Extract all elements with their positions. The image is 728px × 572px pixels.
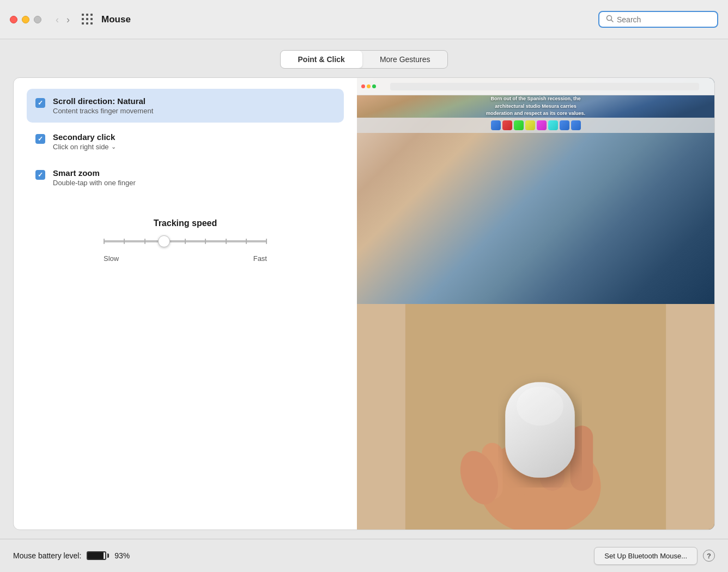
content-panel: ✓ Scroll direction: Natural Content trac… [13,77,715,530]
search-input[interactable] [617,15,711,24]
main-content: Point & Click More Gestures ✓ Scroll dir… [0,39,728,539]
battery-cap [107,553,109,558]
chevron-down-icon[interactable]: ⌄ [111,143,116,150]
forward-button[interactable]: › [64,14,72,26]
grid-dot [86,18,88,20]
grid-dot [86,14,88,16]
tab-point-click[interactable]: Point & Click [281,51,362,68]
secondary-click-item: ✓ Secondary click Click on right side ⌄ [27,125,344,159]
browser-dots [361,84,376,88]
slider-tick [124,239,125,244]
back-button[interactable]: ‹ [53,14,61,26]
grid-dot [82,14,84,16]
smart-zoom-item: ✓ Smart zoom Double-tap with one finger [27,161,344,194]
slider-tick [104,239,105,244]
battery-percent: 93% [114,551,130,560]
preview-content: Born out of the Spanish recession, the a… [357,95,714,118]
battery-body [87,551,106,560]
checkmark-icon: ✓ [38,172,43,178]
svg-rect-10 [517,386,563,425]
maximize-button[interactable] [34,16,41,23]
grid-dot [90,22,93,25]
slider-fast-label: Fast [253,254,267,263]
slider-labels: Slow Fast [104,254,267,263]
dock-icon-3 [514,120,524,130]
scroll-direction-desc: Content tracks finger movement [53,107,153,115]
slider-tick [266,239,267,244]
dock-icon-7 [560,120,569,130]
browser-maximize-dot [372,84,376,88]
secondary-click-desc: Click on right side [53,143,109,151]
battery-icon [87,551,109,560]
dock-icon-1 [491,120,501,130]
tabs: Point & Click More Gestures [280,50,448,69]
battery-section: Mouse battery level: 93% [13,551,130,560]
preview-text-overlay: Born out of the Spanish recession, the a… [481,95,590,118]
slider-ticks [104,239,267,244]
bottom-bar: Mouse battery level: 93% Set Up Bluetoot… [0,539,728,572]
slider-slow-label: Slow [104,254,119,263]
nav-arrows: ‹ › [53,14,72,26]
secondary-click-desc-row: Click on right side ⌄ [53,143,116,151]
dock-icon-2 [502,120,512,130]
slider-container [104,235,267,248]
grid-dot [82,18,84,20]
browser-chrome [357,78,714,95]
slider-tick [205,239,206,244]
battery-label: Mouse battery level: [13,551,81,560]
smart-zoom-text: Smart zoom Double-tap with one finger [53,168,136,187]
scroll-direction-text: Scroll direction: Natural Content tracks… [53,96,153,115]
dock-icon-8 [571,120,581,130]
titlebar: ‹ › Mouse [0,0,728,39]
window-title: Mouse [101,14,131,25]
tabs-container: Point & Click More Gestures [13,50,715,69]
hand-mouse-illustration [357,304,714,530]
scroll-direction-checkbox-container: ✓ [35,98,45,108]
smart-zoom-desc: Double-tap with one finger [53,179,136,187]
checkmark-icon: ✓ [38,100,43,106]
slider-track [104,240,267,242]
secondary-click-text: Secondary click Click on right side ⌄ [53,132,116,151]
checkmark-icon: ✓ [38,136,43,142]
browser-close-dot [361,84,365,88]
scroll-direction-item: ✓ Scroll direction: Natural Content trac… [27,89,344,123]
setup-bluetooth-button[interactable]: Set Up Bluetooth Mouse... [594,547,697,565]
dock-icon-5 [537,120,547,130]
secondary-click-checkbox-container: ✓ [35,134,45,144]
settings-panel: ✓ Scroll direction: Natural Content trac… [14,78,357,530]
slider-tick [185,239,186,244]
tab-more-gestures[interactable]: More Gestures [362,51,448,68]
scroll-direction-title: Scroll direction: Natural [53,96,153,106]
browser-url-bar [390,83,699,90]
secondary-click-title: Secondary click [53,132,116,142]
battery-fill [88,552,104,559]
tracking-speed-label: Tracking speed [154,218,217,228]
dock-icon-4 [525,120,535,130]
search-icon [606,15,614,24]
dock-icon-6 [548,120,558,130]
preview-bottom [357,304,714,530]
preview-panel: Born out of the Spanish recession, the a… [357,78,714,530]
svg-line-1 [611,20,614,22]
secondary-click-checkbox[interactable]: ✓ [35,134,45,144]
slider-thumb[interactable] [158,235,170,247]
grid-dot [90,18,93,20]
smart-zoom-checkbox-container: ✓ [35,170,45,180]
browser-minimize-dot [367,84,371,88]
scroll-direction-checkbox[interactable]: ✓ [35,98,45,108]
grid-dot [86,22,88,25]
traffic-lights [10,16,41,23]
search-box[interactable] [598,11,718,28]
grid-dot [90,14,93,16]
help-button[interactable]: ? [703,550,715,562]
bottom-right: Set Up Bluetooth Mouse... ? [594,547,715,565]
grid-icon[interactable] [82,14,93,25]
smart-zoom-checkbox[interactable]: ✓ [35,170,45,180]
minimize-button[interactable] [22,16,29,23]
slider-tick [226,239,227,244]
smart-zoom-title: Smart zoom [53,168,136,178]
grid-dot [82,22,84,25]
slider-tick [246,239,247,244]
close-button[interactable] [10,16,17,23]
preview-image: Born out of the Spanish recession, the a… [357,78,714,530]
